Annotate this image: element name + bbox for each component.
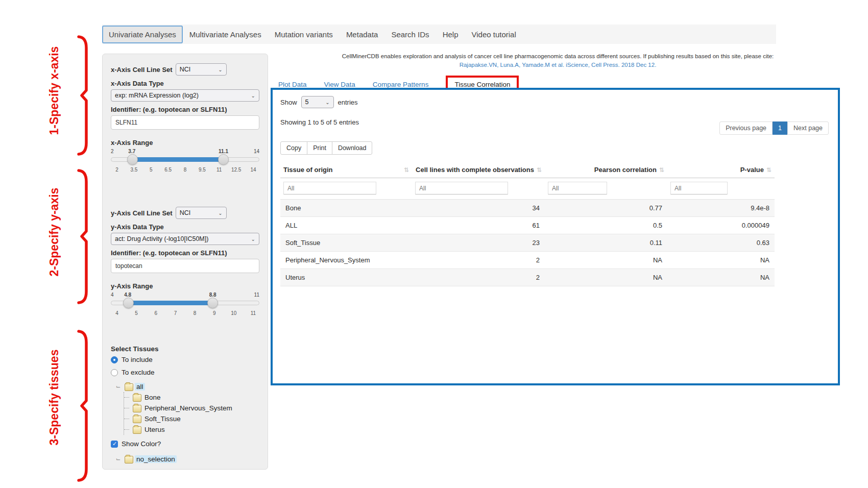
tree-node-soft-tissue[interactable]: Soft_Tissue (124, 413, 259, 424)
filter-input-cell-lines[interactable] (415, 182, 508, 194)
table-row[interactable]: Peripheral_Nervous_System 2 NA NA (280, 252, 775, 269)
y-axis-cell-line-set-value: NCI (180, 209, 191, 216)
table-row[interactable]: Soft_Tissue 23 0.11 0.63 (280, 234, 775, 252)
tree-node-peripheral-nervous-system[interactable]: Peripheral_Nervous_System (124, 403, 259, 413)
sort-icon[interactable]: ⇅ (659, 166, 664, 174)
print-button[interactable]: Print (307, 141, 332, 155)
x-range-low-handle[interactable] (127, 154, 138, 165)
y-range-low-handle[interactable] (123, 298, 134, 308)
x-range-high-handle[interactable] (218, 154, 229, 165)
y-range-min-label: 4 (111, 292, 114, 298)
x-axis-identifier-input[interactable] (111, 115, 259, 130)
y-range-high-handle[interactable] (207, 298, 218, 308)
column-header-pearson-correlation[interactable]: Pearson correlation⇅ (545, 162, 667, 178)
chevron-down-icon: ⌄ (218, 67, 222, 72)
nav-tab-mutation-variants[interactable]: Mutation variants (268, 26, 340, 43)
x-range-ticks: 23.556.589.51112.514 (111, 167, 259, 173)
sort-icon[interactable]: ⇅ (537, 166, 542, 174)
table-row[interactable]: ALL 61 0.5 0.000049 (280, 217, 775, 234)
y-range-max-label: 11 (254, 292, 259, 298)
tree-node-label: all (135, 383, 145, 391)
subtab-compare-patterns[interactable]: Compare Patterns (373, 81, 429, 88)
y-range-track[interactable] (111, 301, 259, 305)
x-range-track[interactable] (111, 157, 259, 162)
sort-icon[interactable]: ⇅ (404, 166, 409, 174)
nav-tab-video-tutorial[interactable]: Video tutorial (465, 26, 522, 43)
tree-node-label: no_selection (135, 455, 177, 463)
y-range-low-value: 4.8 (124, 292, 131, 298)
annotation-label: 2-Specify y-axis (47, 195, 61, 277)
tissue-correlation-panel: Show 5 ⌄ entries Showing 1 to 5 of 5 ent… (271, 88, 840, 385)
download-button[interactable]: Download (332, 141, 373, 155)
folder-icon (133, 394, 140, 401)
y-axis-cell-line-set-label: y-Axis Cell Line Set (111, 209, 173, 217)
cell-pearson: NA (545, 269, 667, 286)
sort-icon[interactable]: ⇅ (766, 166, 771, 174)
chevron-down-icon: ⌄ (251, 236, 255, 242)
show-label: Show (280, 99, 297, 106)
subtab-plot-data[interactable]: Plot Data (278, 81, 307, 88)
tree-node-no-selection[interactable]: ⌙ no_selection (116, 454, 259, 465)
pagination: Previous page 1 Next page (719, 121, 829, 135)
folder-icon (125, 383, 132, 390)
selection-tree: ⌙ no_selection (116, 454, 259, 465)
radio-unselected-icon (111, 369, 118, 376)
next-page-button[interactable]: Next page (787, 121, 829, 135)
tree-node-label: Uterus (143, 426, 166, 433)
page-size-select[interactable]: 5 ⌄ (301, 96, 334, 108)
nav-tab-multivariate-analyses[interactable]: Multivariate Analyses (183, 26, 268, 43)
table-row[interactable]: Bone 34 0.77 9.4e-8 (280, 200, 775, 217)
copy-button[interactable]: Copy (280, 141, 307, 155)
nav-tab-search-ids[interactable]: Search IDs (384, 26, 436, 43)
y-axis-identifier-label: Identifier: (e.g. topotecan or SLFN11) (111, 249, 259, 257)
filter-input-pearson[interactable] (548, 182, 607, 194)
nav-tab-metadata[interactable]: Metadata (340, 26, 385, 43)
tissues-exclude-radio[interactable]: To exclude (111, 369, 259, 376)
chevron-down-icon: ⌄ (218, 210, 222, 216)
annotation-bracket (77, 35, 90, 156)
entries-label: entries (338, 99, 358, 106)
subtab-view-data[interactable]: View Data (324, 81, 355, 88)
select-tissues-title: Select Tissues (111, 345, 259, 353)
x-range-fill (132, 157, 223, 162)
citation-link[interactable]: Rajapakse.VN, Luna.A, Yamade.M et al. iS… (276, 61, 840, 69)
x-axis-range-slider: 2 3.7 11.1 14 23.556.589.51112.514 (111, 149, 259, 177)
column-label: Pearson correlation (594, 166, 657, 174)
chevron-down-icon: ⌄ (325, 100, 329, 105)
tissues-include-radio[interactable]: To include (111, 356, 259, 363)
previous-page-button[interactable]: Previous page (719, 121, 773, 135)
y-axis-data-type-value: act: Drug Activity (-log10[IC50M]) (115, 235, 208, 242)
tree-node-uterus[interactable]: Uterus (124, 424, 259, 435)
tree-node-all[interactable]: ⌙ all (116, 381, 259, 392)
annotation-label: 1-Specify x-axis (47, 54, 61, 135)
column-header-p-value[interactable]: P-value⇅ (667, 162, 775, 178)
column-label: Tissue of origin (283, 166, 333, 174)
x-axis-data-type-select[interactable]: exp: mRNA Expression (log2) ⌄ (111, 89, 259, 102)
show-color-checkbox[interactable]: Show Color? (111, 440, 259, 448)
column-header-tissue-of-origin[interactable]: Tissue of origin⇅ (280, 162, 412, 178)
tree-node-bone[interactable]: Bone (124, 392, 259, 403)
y-axis-cell-line-set-select[interactable]: NCI ⌄ (176, 207, 227, 219)
annotation-bracket (77, 329, 90, 482)
checkbox-checked-icon (111, 441, 118, 448)
y-axis-data-type-select[interactable]: act: Drug Activity (-log10[IC50M]) ⌄ (111, 233, 259, 245)
nav-tab-help[interactable]: Help (436, 26, 465, 43)
x-axis-identifier-label: Identifier: (e.g. topotecan or SLFN11) (111, 106, 259, 113)
table-row[interactable]: Uterus 2 NA NA (280, 269, 775, 286)
settings-sidebar: x-Axis Cell Line Set NCI ⌄ x-Axis Data T… (102, 54, 268, 470)
y-range-high-value: 8.8 (209, 292, 216, 298)
x-axis-cell-line-set-select[interactable]: NCI ⌄ (176, 63, 227, 76)
y-range-ticks: 4567891011 (111, 310, 259, 316)
cell-n: 34 (412, 200, 545, 217)
nav-tab-univariate-analyses[interactable]: Univariate Analyses (102, 26, 183, 43)
column-header-cell-lines[interactable]: Cell lines with complete observations⇅ (412, 162, 545, 178)
filter-input-tissue[interactable] (283, 182, 376, 194)
tree-connector: ⌙ (116, 456, 122, 462)
cell-tissue: ALL (280, 217, 412, 234)
filter-input-p-value[interactable] (670, 182, 728, 194)
cell-p-value: 9.4e-8 (667, 200, 775, 217)
y-axis-identifier-input[interactable] (111, 259, 259, 273)
current-page-button[interactable]: 1 (773, 121, 787, 135)
cell-p-value: NA (667, 269, 775, 286)
export-button-group: Copy Print Download (280, 141, 830, 155)
